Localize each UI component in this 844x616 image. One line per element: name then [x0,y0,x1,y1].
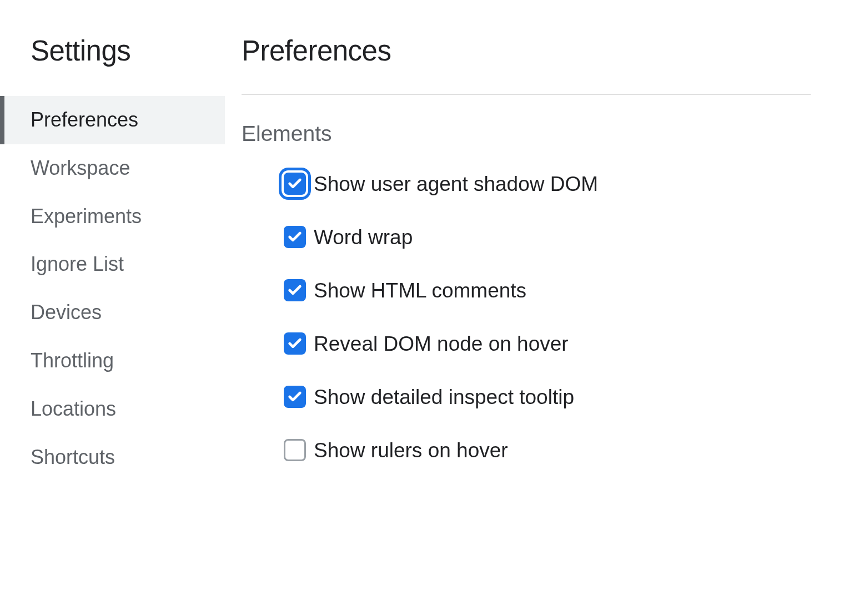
checkbox-show-detailed-inspect-tooltip[interactable] [284,386,306,408]
option-show-user-agent-shadow-dom[interactable]: Show user agent shadow DOM [284,173,811,195]
divider [242,94,811,95]
check-icon [287,336,303,351]
check-icon [287,176,303,191]
main-content: Preferences Elements Show user agent sha… [225,0,844,616]
option-word-wrap[interactable]: Word wrap [284,226,811,248]
option-show-detailed-inspect-tooltip[interactable]: Show detailed inspect tooltip [284,386,811,408]
sidebar-item-experiments[interactable]: Experiments [0,193,225,241]
option-label: Show rulers on hover [314,440,508,461]
option-label: Show HTML comments [314,280,526,301]
checkbox-word-wrap[interactable] [284,226,306,248]
check-icon [287,389,303,405]
option-reveal-dom-node-on-hover[interactable]: Reveal DOM node on hover [284,332,811,355]
sidebar-item-devices[interactable]: Devices [0,289,225,337]
sidebar-item-throttling[interactable]: Throttling [0,337,225,385]
checkbox-show-html-comments[interactable] [284,279,306,301]
sidebar-item-ignore-list[interactable]: Ignore List [0,240,225,289]
option-label: Reveal DOM node on hover [314,334,569,354]
options-list: Show user agent shadow DOM Word wrap Sho… [242,173,811,461]
sidebar-item-preferences[interactable]: Preferences [0,96,225,144]
option-label: Show user agent shadow DOM [314,174,598,194]
sidebar-item-workspace[interactable]: Workspace [0,144,225,193]
section-header-elements: Elements [242,122,811,146]
check-icon [287,229,303,245]
option-label: Show detailed inspect tooltip [314,387,574,407]
checkbox-show-user-agent-shadow-dom[interactable] [284,173,306,195]
checkbox-reveal-dom-node-on-hover[interactable] [284,332,306,355]
sidebar-item-label: Throttling [31,349,114,372]
sidebar-item-label: Devices [31,301,102,324]
sidebar-item-label: Locations [31,397,116,420]
check-icon [287,282,303,298]
sidebar-item-shortcuts[interactable]: Shortcuts [0,433,225,482]
sidebar-item-label: Experiments [31,205,142,228]
sidebar-item-label: Shortcuts [31,446,115,468]
sidebar-title: Settings [0,34,225,67]
sidebar-item-label: Ignore List [31,253,124,275]
option-label: Word wrap [314,227,413,248]
sidebar-item-label: Workspace [31,156,130,179]
checkbox-show-rulers-on-hover[interactable] [284,439,306,461]
page-title: Preferences [242,34,811,67]
sidebar-item-locations[interactable]: Locations [0,385,225,433]
sidebar-item-label: Preferences [31,108,138,131]
option-show-html-comments[interactable]: Show HTML comments [284,279,811,301]
settings-sidebar: Settings Preferences Workspace Experimen… [0,0,225,616]
option-show-rulers-on-hover[interactable]: Show rulers on hover [284,439,811,461]
